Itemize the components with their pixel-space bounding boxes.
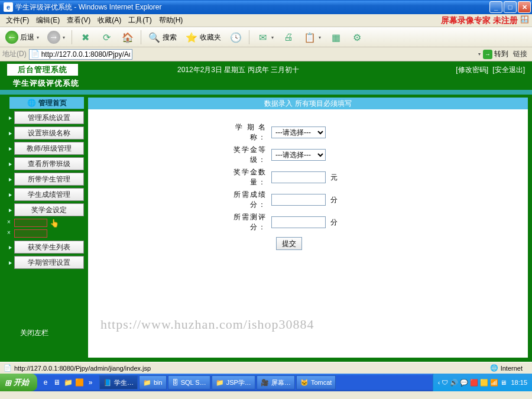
edit-button[interactable]: 📋▾ [300,29,324,46]
unit-fen-2: 分 [330,218,338,228]
teal-divider [0,90,532,95]
ql-ie-icon[interactable]: e [41,378,50,387]
stop-button[interactable]: ✖ [76,29,95,46]
menu-help[interactable]: 帮助(H) [155,14,187,27]
system-name: 学生评级评优系统 [13,78,79,89]
window-titlebar: e 学生评级评优系统 - Windows Internet Explorer _… [0,0,532,14]
task-2[interactable]: 📁bin [139,375,167,390]
windows-taskbar: ⊞开始 e 🖥 📁 🟧 » 📘学生… 📁bin 🗄SQL S… 📁JSP学… 🎥… [0,374,532,391]
browser-toolbar: ←后退▾ →▾ ✖ ⟳ 🏠 🔍搜索 ⭐收藏夹 🕓 ✉▾ 🖨 📋▾ ▦ ⚙ [0,27,532,47]
extra2-button[interactable]: ⚙ [348,29,366,46]
level-label: 奖学金等级： [224,145,271,165]
task-6[interactable]: 🐱Tomcat [296,375,336,390]
sidebar-item-grade-mgmt[interactable]: 学生成绩管理 [14,188,84,201]
close-sidebar-link[interactable]: 关闭左栏 [20,328,87,338]
ie-icon: e [4,2,13,12]
tray-icon-6[interactable]: 🟨 [480,379,488,387]
tray-icon-7[interactable]: 📶 [490,379,498,387]
extra1-button[interactable]: ▦ [326,29,345,46]
back-button[interactable]: ←后退▾ [2,29,42,46]
mail-button[interactable]: ✉▾ [253,29,277,46]
task-5[interactable]: 🎥屏幕… [257,375,295,390]
print-button[interactable]: 🖨 [279,29,298,46]
sidebar-item-student-mgmt[interactable]: 所带学生管理 [14,173,84,186]
security-zone: 🌐Internet [490,364,523,372]
score-label: 所需成绩分： [224,190,271,210]
menu-edit[interactable]: 编辑(E) [33,14,63,27]
task-1[interactable]: 📘学生… [99,375,138,390]
go-button[interactable]: →转到 [483,49,508,59]
address-input[interactable] [29,49,132,60]
ql-desktop-icon[interactable]: 🖥 [52,378,61,387]
history-button[interactable]: 🕓 [226,29,245,46]
forward-button[interactable]: →▾ [44,29,68,46]
status-bar: 📄 http://127.0.0.1:8080/Pjpy/admin/jiang… [0,362,532,374]
maximize-button[interactable]: □ [504,1,517,13]
data-entry-form: 学 期 名 称： ---请选择--- 奖学金等级： ---请选择--- 奖学金数… [88,109,528,250]
sidebar-item-collapsed-1[interactable]: 👆 [14,219,84,228]
system-tray: ‹ 🛡 🔊 💬 🟥 🟨 📶 🖥 18:15 [433,374,532,391]
sidebar-item-class-name[interactable]: 设置班级名称 [14,126,84,140]
menu-bar: 文件(F) 编辑(E) 查看(V) 收藏(A) 工具(T) 帮助(H) 屏幕录像… [0,14,532,27]
change-password-link[interactable]: [修改密码] [456,66,488,74]
eval-input[interactable] [271,216,326,228]
score-input[interactable] [271,194,326,206]
sidebar-item-view-classes[interactable]: 查看所带班级 [14,157,84,170]
unit-fen-1: 分 [330,195,338,205]
address-bar: 地址(D) ▾ →转到 链接 [0,47,532,61]
sidebar-item-collapsed-2[interactable] [14,229,84,239]
header-links: [修改密码] [安全退出] [453,65,525,75]
menu-favorites[interactable]: 收藏(A) [94,14,125,27]
tray-icon-1[interactable]: ‹ [438,379,440,386]
sidebar-item-award-list[interactable]: 获奖学生列表 [14,241,84,254]
start-button[interactable]: ⊞开始 [0,374,37,391]
menu-view[interactable]: 查看(V) [63,14,94,27]
windows-logo-icon: ⊞ [5,378,11,387]
internet-icon: 🌐 [490,364,498,372]
ql-app1-icon[interactable]: 📁 [63,378,73,387]
cursor-icon: 👆 [50,219,59,228]
unit-yuan: 元 [330,173,338,183]
tray-icon-5[interactable]: 🟥 [470,379,478,387]
ql-expand-icon[interactable]: » [86,378,95,387]
count-label: 奖学金数量： [224,167,271,187]
ql-app2-icon[interactable]: 🟧 [74,378,84,387]
sidebar-item-semester-mgmt[interactable]: 学期管理设置 [14,256,84,269]
sidebar-item-scholarship[interactable]: 奖学金设定 [14,203,84,216]
task-3[interactable]: 🗄SQL S… [168,375,210,390]
date-line: 2012年2月3日 星期五 丙戌年 三月初十 [177,65,299,75]
task-4[interactable]: 📁JSP学… [212,375,255,390]
recorder-watermark: 屏幕录像专家 未注册 [441,15,518,26]
count-input[interactable] [271,171,326,183]
tray-icon-8[interactable]: 🖥 [500,379,507,386]
ie-logo-icon: 🪟 [520,15,531,26]
main-panel: 数据录入 所有项目必须填写 学 期 名 称： ---请选择--- 奖学金等级： … [87,97,528,358]
window-title: 学生评级评优系统 - Windows Internet Explorer [15,2,161,12]
minimize-button[interactable]: _ [489,1,502,13]
tray-icon-4[interactable]: 💬 [460,379,468,387]
close-button[interactable]: ✕ [518,1,531,13]
quick-launch: e 🖥 📁 🟧 » [37,378,99,387]
logout-link[interactable]: [安全退出] [492,66,525,74]
sidebar-item-system-settings[interactable]: 管理系统设置 [14,111,84,124]
sidebar-home[interactable]: 管理首页 [9,97,84,109]
status-page-icon: 📄 [4,364,12,372]
status-text: http://127.0.0.1:8080/Pjpy/admin/jiang/i… [14,365,151,372]
app-header: 后台管理系统 学生评级评优系统 2012年2月3日 星期五 丙戌年 三月初十 [… [0,61,532,90]
address-dropdown-icon[interactable]: ▾ [478,51,481,57]
semester-label: 学 期 名 称： [224,122,271,142]
tray-icon-2[interactable]: 🛡 [442,379,448,386]
home-button[interactable]: 🏠 [118,29,137,46]
sidebar-item-teacher-class[interactable]: 教师/班级管理 [14,142,84,155]
favorites-button[interactable]: ⭐收藏夹 [182,29,224,46]
menu-file[interactable]: 文件(F) [2,14,33,27]
links-button[interactable]: 链接 [511,49,530,59]
search-button[interactable]: 🔍搜索 [145,29,180,46]
tray-icon-3[interactable]: 🔊 [450,379,458,387]
clock[interactable]: 18:15 [511,379,527,386]
submit-button[interactable]: 提交 [276,237,302,250]
menu-tools[interactable]: 工具(T) [125,14,155,27]
semester-select[interactable]: ---请选择--- [271,126,326,138]
level-select[interactable]: ---请选择--- [271,149,326,161]
refresh-button[interactable]: ⟳ [97,29,116,46]
